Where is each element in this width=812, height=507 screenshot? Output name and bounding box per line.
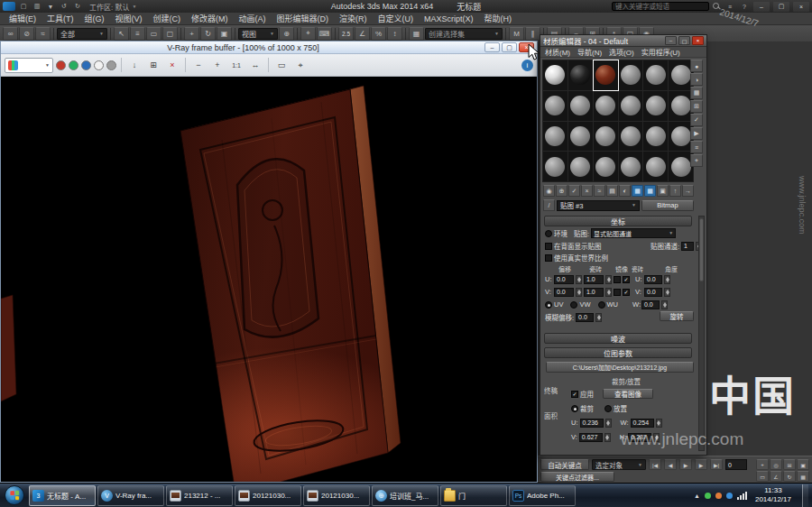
sample-type-icon[interactable]: ● bbox=[690, 60, 703, 72]
tray-expand-icon[interactable]: ▲ bbox=[694, 493, 700, 499]
realworld-checkbox[interactable] bbox=[545, 254, 552, 262]
mirror-icon[interactable]: M bbox=[509, 27, 524, 41]
crop-h-field[interactable]: 0.287 bbox=[628, 433, 651, 442]
percent-snap-icon[interactable]: % bbox=[371, 27, 386, 41]
go-forward-sibling-icon[interactable]: → bbox=[682, 185, 694, 197]
vfb-titlebar[interactable]: V-Ray frame buffer - [100% of 1000 x 750… bbox=[1, 41, 537, 54]
crop-u-field[interactable]: 0.236 bbox=[580, 419, 604, 428]
network-icon[interactable] bbox=[737, 492, 747, 500]
mirror-v-checkbox[interactable] bbox=[614, 289, 621, 296]
tray-status-orange-icon[interactable] bbox=[715, 493, 722, 499]
help-icon[interactable]: ? bbox=[739, 2, 750, 12]
search-input[interactable] bbox=[612, 2, 709, 11]
blue-channel-icon[interactable] bbox=[81, 60, 91, 70]
vw-radio[interactable] bbox=[570, 301, 577, 309]
unlink-selection-icon[interactable]: ⊘ bbox=[19, 27, 34, 41]
wu-radio[interactable] bbox=[598, 301, 605, 309]
vfb-minimize-button[interactable]: – bbox=[484, 42, 500, 52]
fit-view-icon[interactable]: ↔ bbox=[247, 58, 263, 73]
material-slot[interactable] bbox=[568, 152, 593, 181]
menu-help[interactable]: 帮助(H) bbox=[479, 13, 518, 25]
vfb-close-button[interactable]: × bbox=[519, 42, 534, 52]
material-slot[interactable] bbox=[643, 91, 668, 121]
material-slot[interactable] bbox=[543, 91, 567, 121]
select-and-link-icon[interactable]: ∞ bbox=[3, 27, 18, 41]
crop-w-spinner[interactable] bbox=[656, 419, 662, 428]
material-slot[interactable] bbox=[543, 60, 567, 90]
green-channel-icon[interactable] bbox=[69, 60, 78, 70]
rectangular-region-icon[interactable]: ▭ bbox=[146, 27, 161, 41]
spinner-snap-icon[interactable]: ↕ bbox=[387, 27, 402, 41]
auto-key-button[interactable]: 自动关键点 bbox=[540, 459, 589, 470]
me-menu-utilities[interactable]: 实用程序(U) bbox=[641, 47, 680, 57]
taskbar-item-vray[interactable]: V V-Ray fra... bbox=[97, 485, 164, 506]
taskbar-item-browser[interactable]: ⊕ 培训班_马... bbox=[372, 485, 438, 506]
crop-h-spinner[interactable] bbox=[653, 433, 660, 442]
material-id-icon[interactable]: ◐ bbox=[619, 185, 631, 197]
tray-status-green-icon[interactable] bbox=[705, 493, 711, 499]
blur-offset-field[interactable]: 0.0 bbox=[576, 313, 594, 322]
angle-snap-icon[interactable]: ∠ bbox=[355, 27, 370, 41]
tile-v-spinner[interactable] bbox=[605, 288, 612, 297]
rollout-coordinates[interactable]: 坐标 bbox=[544, 216, 692, 226]
options-icon[interactable]: ≡ bbox=[690, 141, 703, 153]
material-editor-scrollbar[interactable] bbox=[698, 216, 705, 451]
keyboard-override-icon[interactable]: ⌨ bbox=[317, 27, 332, 41]
vfb-channel-dropdown[interactable]: ▼ bbox=[5, 58, 53, 73]
go-to-end-icon[interactable]: ▶| bbox=[710, 459, 723, 470]
material-slot[interactable] bbox=[568, 122, 593, 152]
taskbar-item-photoshop[interactable]: Ps Adobe Ph... bbox=[509, 485, 576, 506]
angle-v-field[interactable]: 0.0 bbox=[644, 288, 662, 297]
material-slot[interactable] bbox=[619, 91, 643, 121]
bitmap-path-button[interactable]: C:\Users\加加\Desktop\213212.jpg bbox=[546, 362, 694, 373]
view-image-button[interactable]: 查看图像 bbox=[603, 389, 653, 399]
tile-u-spinner[interactable] bbox=[605, 275, 612, 284]
material-slot[interactable] bbox=[619, 122, 643, 152]
undo-icon[interactable]: ↺ bbox=[59, 2, 69, 12]
map-type-button[interactable]: Bitmap bbox=[641, 200, 694, 211]
redo-icon[interactable]: ↻ bbox=[72, 2, 83, 12]
angle-w-field[interactable]: 0.0 bbox=[641, 300, 660, 309]
next-frame-icon[interactable]: ▶ bbox=[695, 459, 707, 470]
bind-to-space-warp-icon[interactable]: ≈ bbox=[35, 27, 51, 41]
pick-material-icon[interactable]: / bbox=[543, 199, 555, 211]
select-rotate-icon[interactable]: ↻ bbox=[200, 27, 216, 41]
angle-u-field[interactable]: 0.0 bbox=[644, 275, 662, 284]
select-scale-icon[interactable]: ▣ bbox=[217, 27, 232, 41]
taskbar-item-folder[interactable]: 门 bbox=[440, 485, 507, 506]
tray-status-blue-icon[interactable] bbox=[726, 493, 733, 499]
orbit-icon[interactable]: ↻ bbox=[783, 471, 796, 482]
material-slot[interactable] bbox=[568, 91, 593, 121]
crop-w-field[interactable]: 0.254 bbox=[631, 419, 654, 428]
material-slot[interactable] bbox=[594, 122, 618, 152]
menu-rendering[interactable]: 渲染(R) bbox=[334, 13, 373, 25]
info-icon[interactable]: i bbox=[521, 60, 533, 71]
mirror-u-checkbox[interactable] bbox=[614, 276, 621, 283]
selection-filter-dropdown[interactable]: 全部 ▼ bbox=[57, 28, 107, 40]
material-slot[interactable] bbox=[619, 60, 643, 90]
menu-maxscript[interactable]: MAXScript(X) bbox=[419, 13, 479, 25]
alpha-channel-icon[interactable] bbox=[94, 60, 104, 70]
zoom-all-icon[interactable]: ⊞ bbox=[783, 459, 796, 470]
previous-frame-icon[interactable]: ◀ bbox=[664, 459, 677, 470]
window-crossing-icon[interactable]: ▢ bbox=[162, 27, 178, 41]
reset-map-icon[interactable]: × bbox=[581, 185, 593, 197]
place-radio[interactable] bbox=[604, 405, 612, 412]
go-to-parent-icon[interactable]: ↑ bbox=[669, 185, 681, 197]
tile-u-field[interactable]: 1.0 bbox=[584, 275, 604, 284]
menu-create[interactable]: 创建(C) bbox=[148, 13, 187, 25]
offset-v-field[interactable]: 0.0 bbox=[554, 288, 574, 297]
angle-w-spinner[interactable] bbox=[661, 300, 668, 309]
zoom-region-icon[interactable]: ▭ bbox=[756, 471, 769, 482]
map-name-dropdown[interactable]: 贴图 #3 ▼ bbox=[557, 200, 640, 211]
red-channel-icon[interactable] bbox=[56, 60, 66, 70]
clear-image-icon[interactable]: × bbox=[164, 58, 180, 73]
region-render-icon[interactable]: ▭ bbox=[273, 58, 290, 73]
menu-edit[interactable]: 编辑(E) bbox=[4, 13, 42, 25]
me-menu-navigation[interactable]: 导航(N) bbox=[577, 47, 602, 57]
menu-tools[interactable]: 工具(T) bbox=[42, 13, 79, 25]
snap-toggle-icon[interactable]: 2.5 bbox=[338, 27, 354, 41]
material-slot[interactable] bbox=[643, 152, 668, 181]
material-slot-active[interactable] bbox=[594, 60, 618, 90]
taskbar-clock[interactable]: 11:33 2014/12/17 bbox=[752, 486, 795, 503]
